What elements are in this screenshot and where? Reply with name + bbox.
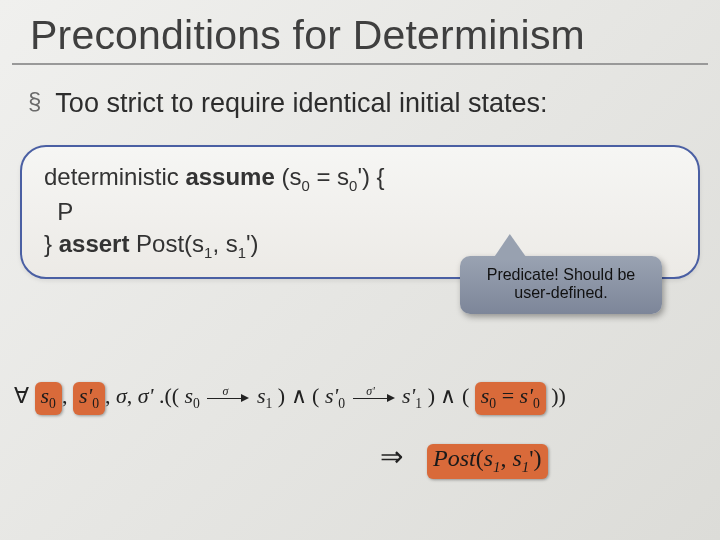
var-sp: s' [79, 383, 92, 408]
sub-1: 1 [265, 396, 272, 411]
callout-text-2: user-defined. [470, 284, 652, 302]
sym-and: ) ∧ ( [278, 383, 320, 408]
bullet-text: Too strict to require identical initial … [55, 87, 547, 121]
sub-1: 1 [415, 396, 422, 411]
bullet-item: § Too strict to require identical initia… [0, 65, 720, 129]
code-sub: 1 [238, 245, 246, 261]
hl-eq: s0 = s'0 [475, 382, 546, 415]
hl-post: Post(s1, s1') [427, 444, 548, 479]
code-sub: 0 [301, 178, 309, 194]
kw-deterministic: deterministic [44, 163, 179, 190]
sub-0: 0 [193, 396, 200, 411]
code-post: Post(s [129, 230, 204, 257]
callout-text-1: Predicate! Should be [470, 266, 652, 284]
code-paren: (s [281, 163, 301, 190]
code-comma: , s [212, 230, 237, 257]
var-s: s [512, 445, 521, 471]
var-s: s [41, 383, 50, 408]
var-sp: s' [520, 383, 533, 408]
var-s: s [484, 445, 493, 471]
sub-0: 0 [533, 396, 540, 411]
formula-line-2: ⇒ Post(s1, s1') [380, 440, 710, 479]
sym-dot: .(( [159, 383, 179, 408]
code-line-1: deterministic assume (s0 = s0') { [44, 161, 676, 196]
callout-bubble: Predicate! Should be user-defined. [460, 256, 662, 314]
sym-forall: ∀ [14, 383, 29, 408]
code-end: ') [246, 230, 259, 257]
hl-s0p: s'0 [73, 382, 105, 415]
arrow-label: σ [207, 384, 243, 399]
sub-0: 0 [338, 396, 345, 411]
sym-eq: = [502, 383, 520, 408]
sym-and: ) ∧ ( [428, 383, 470, 408]
code-body: P [44, 198, 73, 225]
kw-assume: assume [185, 163, 274, 190]
code-line-2: P [44, 196, 676, 228]
sym-paren: ') [529, 445, 541, 471]
sym-implies: ⇒ [380, 441, 403, 472]
var-sigma: σ [116, 383, 127, 408]
sym-paren: ( [476, 445, 484, 471]
slide: Preconditions for Determinism § Too stri… [0, 0, 720, 540]
hl-s0: s0 [35, 382, 62, 415]
sym-comma: , [500, 445, 512, 471]
arrow-label: σ' [353, 384, 389, 399]
fn-post: Post [433, 445, 476, 471]
var-sigmap: σ' [138, 383, 154, 408]
kw-assert: assert [59, 230, 130, 257]
formula-line-1: ∀ s0, s'0, σ, σ' .(( s0 σ s1 ) ∧ ( s'0 σ… [14, 382, 706, 415]
var-s: s [185, 383, 194, 408]
code-eq: = s [310, 163, 349, 190]
sub-0: 0 [49, 396, 56, 411]
var-sp: s' [402, 383, 415, 408]
bullet-marker: § [28, 87, 41, 116]
sub-0: 0 [92, 396, 99, 411]
sym-close: )) [551, 383, 566, 408]
page-title: Preconditions for Determinism [12, 0, 708, 65]
sub-0: 0 [489, 396, 496, 411]
var-sp: s' [325, 383, 338, 408]
code-brace: } [44, 230, 52, 257]
code-close: ') { [357, 163, 384, 190]
